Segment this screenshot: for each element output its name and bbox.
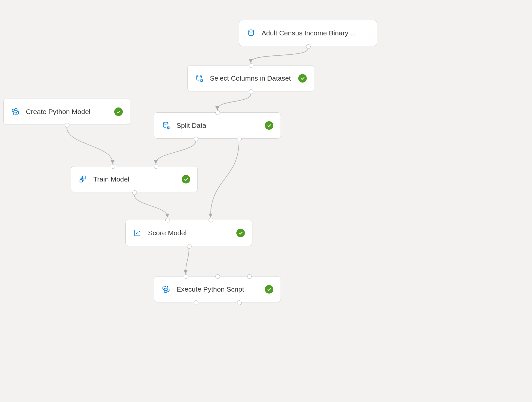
svg-point-13 — [165, 287, 165, 288]
svg-point-9 — [136, 233, 137, 234]
connector-layer — [0, 0, 532, 402]
svg-point-14 — [167, 291, 167, 292]
port-out[interactable] — [194, 137, 198, 141]
edge — [251, 48, 308, 62]
database-gear-icon — [195, 74, 204, 83]
port-in[interactable] — [209, 218, 213, 222]
port-in[interactable] — [249, 63, 253, 68]
edge — [134, 195, 167, 217]
status-success-icon — [182, 175, 190, 183]
status-success-icon — [114, 107, 123, 116]
port-out[interactable] — [65, 123, 69, 127]
module-icon — [78, 175, 87, 184]
svg-point-5 — [163, 122, 168, 124]
port-in[interactable] — [154, 164, 158, 169]
port-in[interactable] — [165, 218, 170, 222]
svg-point-2 — [201, 80, 203, 82]
svg-point-1 — [197, 75, 201, 77]
status-success-icon — [265, 285, 273, 294]
svg-point-10 — [138, 232, 138, 233]
status-success-icon — [298, 74, 307, 83]
node-label: Select Columns in Dataset — [204, 74, 298, 82]
svg-point-3 — [14, 109, 15, 110]
edge — [217, 94, 251, 109]
svg-rect-8 — [80, 180, 83, 182]
edge — [186, 248, 189, 273]
python-icon — [161, 285, 171, 294]
port-out[interactable] — [187, 244, 192, 249]
port-in[interactable] — [247, 274, 252, 279]
node-score-model[interactable]: Score Model — [125, 220, 252, 246]
node-label: Score Model — [142, 229, 236, 237]
edge — [156, 141, 196, 163]
port-in[interactable] — [215, 274, 220, 279]
port-in[interactable] — [215, 110, 220, 115]
port-out[interactable] — [249, 89, 253, 94]
port-out[interactable] — [237, 137, 242, 141]
node-train-model[interactable]: Train Model — [71, 166, 198, 192]
node-label: Split Data — [171, 122, 265, 129]
node-create-python-model[interactable]: Create Python Model — [3, 99, 130, 125]
scatter-icon — [133, 228, 142, 238]
svg-rect-7 — [83, 176, 85, 179]
port-out[interactable] — [194, 300, 198, 305]
node-label: Train Model — [87, 175, 182, 183]
svg-point-4 — [16, 114, 17, 114]
status-success-icon — [236, 229, 245, 237]
node-label: Adult Census Income Binary ... — [256, 29, 370, 37]
svg-point-0 — [248, 30, 253, 32]
node-label: Create Python Model — [20, 108, 114, 116]
database-gear-icon — [161, 121, 171, 130]
node-census-dataset[interactable]: Adult Census Income Binary ... — [239, 20, 377, 46]
status-success-icon — [265, 121, 273, 130]
node-execute-python[interactable]: Execute Python Script — [154, 276, 281, 302]
python-icon — [11, 107, 20, 116]
svg-point-12 — [139, 231, 140, 232]
port-out[interactable] — [306, 44, 311, 49]
edge — [211, 141, 239, 217]
port-in[interactable] — [184, 274, 188, 279]
port-in[interactable] — [111, 164, 115, 169]
database-icon — [247, 29, 256, 38]
node-split-data[interactable]: Split Data — [154, 112, 281, 139]
port-out[interactable] — [132, 190, 137, 195]
svg-point-11 — [138, 234, 139, 235]
node-label: Execute Python Script — [171, 285, 265, 293]
node-select-columns[interactable]: Select Columns in Dataset — [187, 65, 314, 91]
svg-point-6 — [168, 127, 169, 129]
edge — [67, 127, 113, 163]
pipeline-canvas[interactable]: Adult Census Income Binary ... Select Co… — [0, 0, 532, 402]
port-out[interactable] — [237, 300, 242, 305]
